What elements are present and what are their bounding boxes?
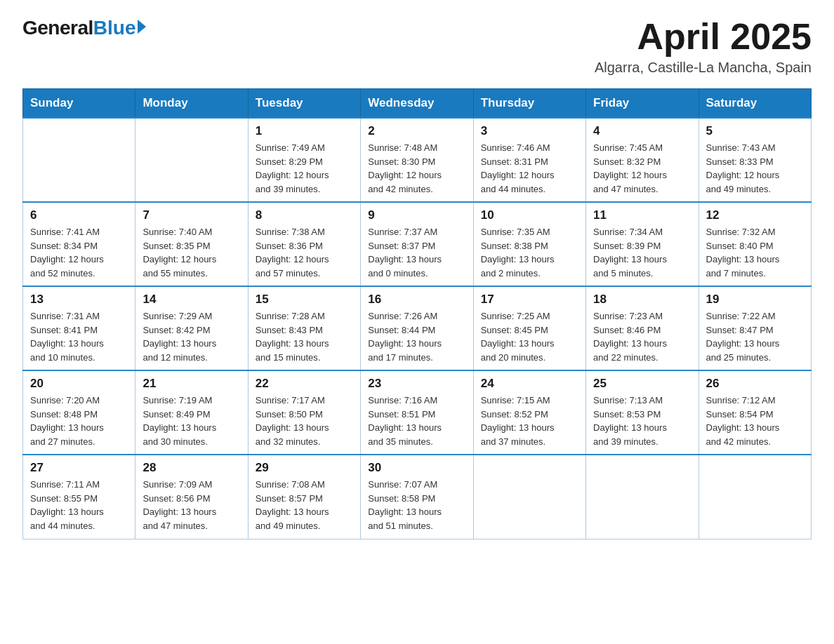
day-number: 21 [143, 377, 240, 391]
calendar-cell: 30Sunrise: 7:07 AMSunset: 8:58 PMDayligh… [361, 455, 473, 539]
day-number: 15 [256, 293, 353, 307]
day-number: 4 [593, 124, 691, 138]
weekday-header-saturday: Saturday [699, 89, 811, 119]
day-info: Sunrise: 7:19 AMSunset: 8:49 PMDaylight:… [143, 394, 240, 448]
day-info: Sunrise: 7:37 AMSunset: 8:37 PMDaylight:… [368, 225, 465, 280]
calendar-cell: 22Sunrise: 7:17 AMSunset: 8:50 PMDayligh… [248, 370, 360, 455]
day-info: Sunrise: 7:43 AMSunset: 8:33 PMDaylight:… [706, 141, 804, 196]
day-info: Sunrise: 7:35 AMSunset: 8:38 PMDaylight:… [481, 225, 578, 280]
day-number: 28 [143, 461, 240, 475]
day-number: 8 [256, 208, 353, 222]
calendar-cell: 12Sunrise: 7:32 AMSunset: 8:40 PMDayligh… [699, 202, 811, 286]
calendar-week-row: 27Sunrise: 7:11 AMSunset: 8:55 PMDayligh… [23, 455, 812, 539]
calendar-cell: 1Sunrise: 7:49 AMSunset: 8:29 PMDaylight… [248, 118, 360, 202]
day-info: Sunrise: 7:17 AMSunset: 8:50 PMDaylight:… [256, 394, 353, 448]
calendar-cell: 3Sunrise: 7:46 AMSunset: 8:31 PMDaylight… [473, 118, 585, 202]
day-info: Sunrise: 7:45 AMSunset: 8:32 PMDaylight:… [593, 141, 691, 196]
calendar-cell: 17Sunrise: 7:25 AMSunset: 8:45 PMDayligh… [473, 286, 585, 370]
calendar-cell: 28Sunrise: 7:09 AMSunset: 8:56 PMDayligh… [135, 455, 248, 539]
calendar-cell: 9Sunrise: 7:37 AMSunset: 8:37 PMDaylight… [361, 202, 473, 286]
day-info: Sunrise: 7:15 AMSunset: 8:52 PMDaylight:… [481, 394, 578, 448]
title-block: April 2025 Algarra, Castille-La Mancha, … [595, 17, 812, 76]
calendar-cell: 23Sunrise: 7:16 AMSunset: 8:51 PMDayligh… [361, 370, 473, 455]
page-header: General Blue April 2025 Algarra, Castill… [22, 17, 812, 76]
day-info: Sunrise: 7:13 AMSunset: 8:53 PMDaylight:… [593, 394, 691, 448]
calendar-week-row: 1Sunrise: 7:49 AMSunset: 8:29 PMDaylight… [23, 118, 812, 202]
day-info: Sunrise: 7:29 AMSunset: 8:42 PMDaylight:… [143, 309, 240, 364]
day-info: Sunrise: 7:07 AMSunset: 8:58 PMDaylight:… [368, 478, 465, 532]
weekday-header-friday: Friday [586, 89, 699, 119]
day-info: Sunrise: 7:20 AMSunset: 8:48 PMDaylight:… [30, 394, 128, 448]
calendar-table: SundayMondayTuesdayWednesdayThursdayFrid… [22, 88, 812, 539]
calendar-cell: 18Sunrise: 7:23 AMSunset: 8:46 PMDayligh… [586, 286, 699, 370]
weekday-header-monday: Monday [135, 89, 248, 119]
day-info: Sunrise: 7:12 AMSunset: 8:54 PMDaylight:… [706, 394, 804, 448]
calendar-cell: 16Sunrise: 7:26 AMSunset: 8:44 PMDayligh… [361, 286, 473, 370]
calendar-cell [23, 118, 135, 202]
day-number: 1 [256, 124, 353, 138]
weekday-header-thursday: Thursday [473, 89, 585, 119]
day-info: Sunrise: 7:32 AMSunset: 8:40 PMDaylight:… [706, 225, 804, 280]
day-info: Sunrise: 7:16 AMSunset: 8:51 PMDaylight:… [368, 394, 465, 448]
calendar-cell [586, 455, 699, 539]
calendar-week-row: 13Sunrise: 7:31 AMSunset: 8:41 PMDayligh… [23, 286, 812, 370]
calendar-cell: 14Sunrise: 7:29 AMSunset: 8:42 PMDayligh… [135, 286, 248, 370]
day-info: Sunrise: 7:31 AMSunset: 8:41 PMDaylight:… [30, 309, 128, 364]
calendar-title: April 2025 [595, 17, 812, 57]
calendar-cell: 21Sunrise: 7:19 AMSunset: 8:49 PMDayligh… [135, 370, 248, 455]
day-info: Sunrise: 7:09 AMSunset: 8:56 PMDaylight:… [143, 478, 240, 532]
day-info: Sunrise: 7:23 AMSunset: 8:46 PMDaylight:… [593, 309, 691, 364]
day-number: 22 [256, 377, 353, 391]
day-number: 11 [593, 208, 691, 222]
day-number: 5 [706, 124, 804, 138]
calendar-week-row: 6Sunrise: 7:41 AMSunset: 8:34 PMDaylight… [23, 202, 812, 286]
day-number: 14 [143, 293, 240, 307]
calendar-cell [135, 118, 248, 202]
calendar-header: SundayMondayTuesdayWednesdayThursdayFrid… [23, 89, 812, 119]
calendar-body: 1Sunrise: 7:49 AMSunset: 8:29 PMDaylight… [23, 118, 812, 539]
calendar-week-row: 20Sunrise: 7:20 AMSunset: 8:48 PMDayligh… [23, 370, 812, 455]
calendar-cell: 6Sunrise: 7:41 AMSunset: 8:34 PMDaylight… [23, 202, 135, 286]
day-number: 17 [481, 293, 578, 307]
calendar-cell: 7Sunrise: 7:40 AMSunset: 8:35 PMDaylight… [135, 202, 248, 286]
day-number: 12 [706, 208, 804, 222]
calendar-cell: 26Sunrise: 7:12 AMSunset: 8:54 PMDayligh… [699, 370, 811, 455]
day-number: 13 [30, 293, 128, 307]
calendar-cell: 13Sunrise: 7:31 AMSunset: 8:41 PMDayligh… [23, 286, 135, 370]
logo: General Blue [22, 17, 146, 39]
day-number: 6 [30, 208, 128, 222]
calendar-cell: 11Sunrise: 7:34 AMSunset: 8:39 PMDayligh… [586, 202, 699, 286]
day-number: 30 [368, 461, 465, 475]
calendar-cell: 27Sunrise: 7:11 AMSunset: 8:55 PMDayligh… [23, 455, 135, 539]
day-number: 18 [593, 293, 691, 307]
day-info: Sunrise: 7:28 AMSunset: 8:43 PMDaylight:… [256, 309, 353, 364]
weekday-header-wednesday: Wednesday [361, 89, 473, 119]
day-number: 3 [481, 124, 578, 138]
day-number: 16 [368, 293, 465, 307]
day-info: Sunrise: 7:46 AMSunset: 8:31 PMDaylight:… [481, 141, 578, 196]
day-number: 7 [143, 208, 240, 222]
weekday-header-sunday: Sunday [23, 89, 135, 119]
calendar-cell: 10Sunrise: 7:35 AMSunset: 8:38 PMDayligh… [473, 202, 585, 286]
calendar-subtitle: Algarra, Castille-La Mancha, Spain [595, 60, 812, 76]
day-number: 2 [368, 124, 465, 138]
calendar-cell [699, 455, 811, 539]
calendar-cell: 20Sunrise: 7:20 AMSunset: 8:48 PMDayligh… [23, 370, 135, 455]
calendar-cell: 19Sunrise: 7:22 AMSunset: 8:47 PMDayligh… [699, 286, 811, 370]
day-number: 24 [481, 377, 578, 391]
calendar-cell: 4Sunrise: 7:45 AMSunset: 8:32 PMDaylight… [586, 118, 699, 202]
calendar-cell: 15Sunrise: 7:28 AMSunset: 8:43 PMDayligh… [248, 286, 360, 370]
logo-blue-text: Blue [93, 17, 136, 39]
day-info: Sunrise: 7:22 AMSunset: 8:47 PMDaylight:… [706, 309, 804, 364]
day-number: 26 [706, 377, 804, 391]
logo-triangle-icon [138, 20, 146, 34]
calendar-cell: 29Sunrise: 7:08 AMSunset: 8:57 PMDayligh… [248, 455, 360, 539]
calendar-cell: 8Sunrise: 7:38 AMSunset: 8:36 PMDaylight… [248, 202, 360, 286]
calendar-cell: 2Sunrise: 7:48 AMSunset: 8:30 PMDaylight… [361, 118, 473, 202]
day-info: Sunrise: 7:26 AMSunset: 8:44 PMDaylight:… [368, 309, 465, 364]
day-info: Sunrise: 7:41 AMSunset: 8:34 PMDaylight:… [30, 225, 128, 280]
calendar-cell [473, 455, 585, 539]
day-number: 20 [30, 377, 128, 391]
day-number: 9 [368, 208, 465, 222]
weekday-header-tuesday: Tuesday [248, 89, 360, 119]
